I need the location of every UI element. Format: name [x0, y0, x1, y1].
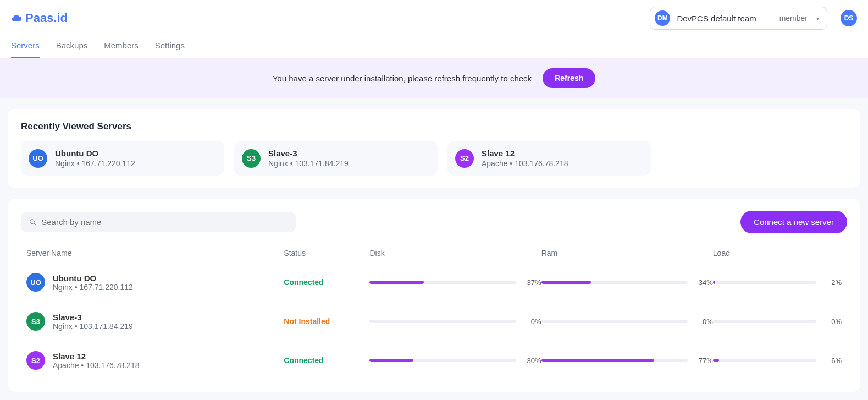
- connect-server-button[interactable]: Connect a new server: [740, 211, 847, 233]
- metric: 2%: [713, 278, 842, 287]
- progress-bar: [541, 281, 688, 284]
- table-row[interactable]: S3Slave-3Nginx • 103.171.84.219Not Insta…: [21, 302, 847, 341]
- tab-servers[interactable]: Servers: [11, 35, 40, 58]
- notice-bar: You have a server under installation, pl…: [0, 58, 868, 98]
- metric-value: 0%: [523, 317, 541, 326]
- metric: 30%: [369, 357, 541, 365]
- server-badge: S3: [26, 312, 45, 331]
- progress-bar: [369, 320, 516, 323]
- metric-value: 6%: [823, 357, 842, 365]
- team-name: DevPCS default team: [677, 14, 756, 23]
- metric-value: 2%: [823, 278, 842, 287]
- tab-settings[interactable]: Settings: [155, 35, 185, 58]
- progress-bar: [369, 359, 516, 362]
- recent-card[interactable]: UOUbuntu DONginx • 167.71.220.112: [21, 141, 224, 176]
- server-badge: S3: [242, 149, 261, 168]
- server-meta: Nginx • 103.171.84.219: [53, 322, 133, 331]
- recent-card[interactable]: S3Slave-3Nginx • 103.171.84.219: [234, 141, 438, 176]
- table-row[interactable]: UOUbuntu DONginx • 167.71.220.112Connect…: [21, 263, 847, 302]
- brand-logo[interactable]: Paas.id: [11, 11, 68, 25]
- notice-text: You have a server under installation, pl…: [273, 74, 532, 83]
- search-box[interactable]: [21, 212, 296, 232]
- progress-bar: [713, 320, 816, 323]
- status: Connected: [284, 278, 369, 287]
- col-load: Load: [713, 249, 842, 257]
- metric: 77%: [541, 357, 713, 365]
- metric-value: 37%: [523, 278, 541, 287]
- recent-panel: Recently Viewed Servers UOUbuntu DONginx…: [8, 109, 860, 188]
- col-status: Status: [284, 249, 369, 257]
- user-avatar[interactable]: DS: [841, 10, 857, 26]
- metric: 6%: [713, 357, 842, 365]
- team-selector[interactable]: DM DevPCS default team member ▾: [650, 7, 827, 30]
- metric-value: 34%: [694, 278, 713, 287]
- status: Not Installed: [284, 317, 369, 326]
- brand-name: Paas.id: [25, 11, 68, 25]
- server-name: Slave 12: [53, 352, 139, 361]
- server-meta: Nginx • 167.71.220.112: [53, 283, 133, 292]
- team-badge: DM: [655, 10, 670, 26]
- chevron-down-icon: ▾: [816, 15, 819, 21]
- cloud-icon: [11, 13, 22, 24]
- metric: 0%: [541, 317, 713, 326]
- server-meta: Nginx • 167.71.220.112: [55, 159, 135, 168]
- table-row[interactable]: S2Slave 12Apache • 103.176.78.218Connect…: [21, 341, 847, 380]
- metric: 0%: [369, 317, 541, 326]
- server-meta: Apache • 103.176.78.218: [482, 159, 568, 168]
- metric-value: 77%: [694, 357, 713, 365]
- status: Connected: [284, 356, 369, 365]
- server-name: Ubuntu DO: [53, 273, 133, 283]
- server-meta: Nginx • 103.171.84.219: [268, 159, 349, 168]
- progress-bar: [541, 359, 688, 362]
- team-role: member: [779, 14, 808, 23]
- servers-panel: Connect a new server Server Name Status …: [8, 199, 860, 392]
- server-badge: S2: [455, 149, 474, 168]
- server-badge: S2: [26, 351, 45, 370]
- progress-bar: [541, 320, 688, 323]
- metric: 34%: [541, 278, 713, 287]
- metric: 0%: [713, 317, 842, 326]
- server-name: Slave-3: [53, 313, 133, 322]
- progress-bar: [713, 359, 816, 362]
- nav-tabs: ServersBackupsMembersSettings: [11, 35, 857, 58]
- server-name: Slave 12: [482, 149, 568, 158]
- search-input[interactable]: [41, 217, 288, 227]
- refresh-button[interactable]: Refresh: [543, 68, 595, 88]
- col-name: Server Name: [26, 249, 284, 257]
- server-name: Slave-3: [268, 149, 349, 158]
- metric-value: 30%: [523, 357, 541, 365]
- col-disk: Disk: [369, 249, 541, 257]
- recent-card[interactable]: S2Slave 12Apache • 103.176.78.218: [447, 141, 651, 176]
- search-icon: [29, 218, 37, 227]
- tab-members[interactable]: Members: [104, 35, 139, 58]
- server-name: Ubuntu DO: [55, 149, 135, 158]
- server-badge: UO: [29, 149, 47, 168]
- metric-value: 0%: [694, 317, 713, 326]
- recent-title: Recently Viewed Servers: [21, 121, 847, 132]
- svg-point-0: [30, 219, 35, 223]
- col-ram: Ram: [541, 249, 713, 257]
- svg-line-1: [34, 223, 36, 224]
- progress-bar: [713, 281, 816, 284]
- table-header: Server Name Status Disk Ram Load: [21, 243, 847, 263]
- server-meta: Apache • 103.176.78.218: [53, 361, 139, 370]
- tab-backups[interactable]: Backups: [56, 35, 88, 58]
- progress-bar: [369, 281, 516, 284]
- metric: 37%: [369, 278, 541, 287]
- server-badge: UO: [26, 273, 45, 292]
- metric-value: 0%: [823, 317, 842, 326]
